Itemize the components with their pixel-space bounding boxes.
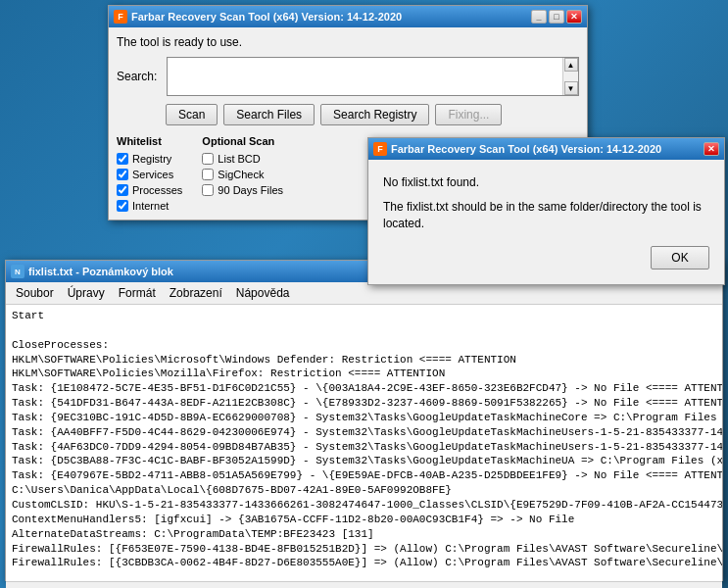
menu-upravy[interactable]: Úpravy <box>62 284 111 302</box>
notepad-window-icon: N <box>11 265 24 278</box>
dialog-ok-button[interactable]: OK <box>651 246 709 270</box>
list-bcd-label: List BCD <box>218 153 260 165</box>
search-row: Search: ▲ ▼ <box>117 57 579 96</box>
registry-checkbox-row: Registry <box>117 153 182 165</box>
search-scrollbar: ▲ ▼ <box>562 58 578 95</box>
list-bcd-checkbox-row: List BCD <box>202 153 283 165</box>
dialog-close-button[interactable]: ✕ <box>704 142 719 156</box>
scanner-close-button[interactable]: ✕ <box>566 10 582 24</box>
sig-check-checkbox-row: SigCheck <box>202 169 283 180</box>
menu-format[interactable]: Formát <box>113 284 162 302</box>
search-input-wrap[interactable]: ▲ ▼ <box>167 57 579 96</box>
notepad-menubar: Soubor Úpravy Formát Zobrazení Nápověda <box>6 282 722 305</box>
scroll-down-arrow[interactable]: ▼ <box>564 81 578 95</box>
optional-scan-label: Optional Scan <box>202 135 283 147</box>
sig-check-label: SigCheck <box>218 169 264 180</box>
optional-scan-col: Optional Scan List BCD SigCheck 90 Days … <box>202 135 283 212</box>
menu-soubor[interactable]: Soubor <box>10 284 60 302</box>
internet-checkbox-row: Internet <box>117 200 182 212</box>
sig-check-checkbox[interactable] <box>202 169 214 180</box>
search-files-button[interactable]: Search Files <box>223 104 315 125</box>
processes-checkbox[interactable] <box>117 184 128 196</box>
notepad-content[interactable]: Start CloseProcesses: HKLM\SOFTWARE\Poli… <box>6 305 722 581</box>
days-90-label: 90 Days Files <box>218 184 283 196</box>
search-label: Search: <box>117 70 161 83</box>
desktop: F Farbar Recovery Scan Tool (x64) Versio… <box>0 0 728 588</box>
list-bcd-checkbox[interactable] <box>202 153 214 165</box>
scanner-title: Farbar Recovery Scan Tool (x64) Version:… <box>131 11 402 23</box>
dialog-titlebar: F Farbar Recovery Scan Tool (x64) Versio… <box>368 138 724 160</box>
menu-napoveda[interactable]: Nápověda <box>230 284 296 302</box>
internet-checkbox[interactable] <box>117 200 128 212</box>
dialog-window-controls: ✕ <box>704 142 719 156</box>
search-input[interactable] <box>168 58 562 95</box>
button-row: Scan Search Files Search Registry Fixing… <box>117 104 579 125</box>
notepad-window: N fixlist.txt - Poznámkový blok _ □ ✕ So… <box>5 260 723 581</box>
scanner-titlebar: F Farbar Recovery Scan Tool (x64) Versio… <box>109 6 587 27</box>
scan-button[interactable]: Scan <box>166 104 218 125</box>
whitelist-label: Whitelist <box>117 135 182 147</box>
registry-checkbox[interactable] <box>117 153 128 165</box>
dialog-footer: OK <box>383 246 709 270</box>
processes-checkbox-row: Processes <box>117 184 182 196</box>
dialog-line1: No fixlist.txt found. <box>383 174 709 191</box>
registry-label: Registry <box>132 153 171 165</box>
internet-label: Internet <box>132 200 169 212</box>
scanner-minimize-button[interactable]: _ <box>531 10 547 24</box>
services-checkbox[interactable] <box>117 169 128 180</box>
days-90-checkbox[interactable] <box>202 184 214 196</box>
scroll-up-arrow[interactable]: ▲ <box>564 58 578 72</box>
notepad-statusbar <box>6 581 722 588</box>
services-checkbox-row: Services <box>117 169 182 180</box>
processes-label: Processes <box>132 184 182 196</box>
dialog-body: No fixlist.txt found. The fixlist.txt sh… <box>368 160 724 284</box>
notepad-title: fixlist.txt - Poznámkový blok <box>28 266 173 277</box>
services-label: Services <box>132 169 173 180</box>
fixing-button[interactable]: Fixing... <box>435 104 502 125</box>
search-registry-button[interactable]: Search Registry <box>320 104 429 125</box>
dialog-window-icon: F <box>373 142 387 156</box>
days-90-checkbox-row: 90 Days Files <box>202 184 283 196</box>
menu-zobrazeni[interactable]: Zobrazení <box>164 284 228 302</box>
dialog-title: Farbar Recovery Scan Tool (x64) Version:… <box>391 143 661 155</box>
dialog-line2: The fixlist.txt should be in the same fo… <box>383 199 709 232</box>
scanner-maximize-button[interactable]: □ <box>549 10 564 24</box>
whitelist-col: Whitelist Registry Services Processes <box>117 135 182 212</box>
scanner-window-icon: F <box>114 10 127 24</box>
status-label: The tool is ready to use. <box>117 35 579 49</box>
scanner-window-controls: _ □ ✕ <box>531 10 582 24</box>
dialog-window: F Farbar Recovery Scan Tool (x64) Versio… <box>367 137 725 285</box>
